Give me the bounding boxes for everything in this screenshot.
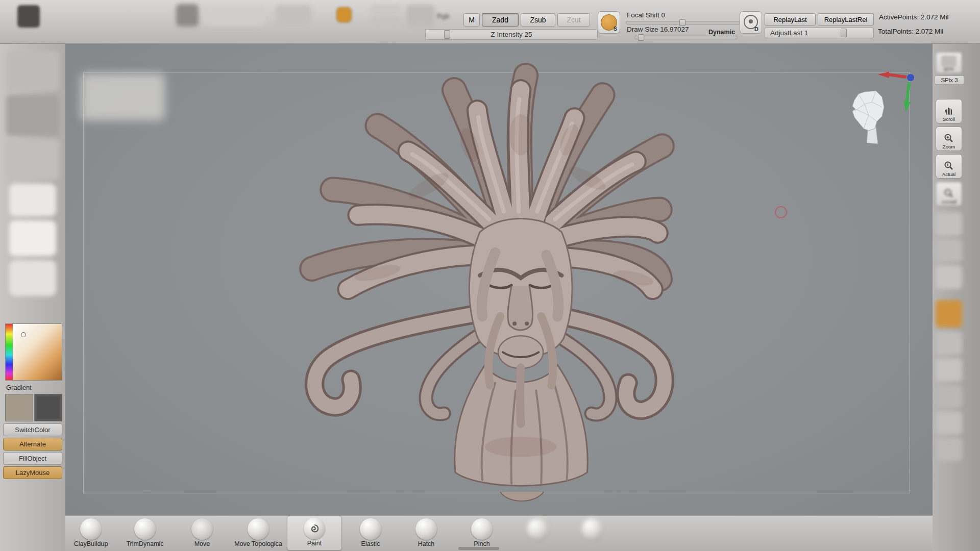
blurred-toolbar-icon[interactable] — [176, 4, 199, 27]
m-button[interactable]: M — [463, 13, 480, 27]
stroke-badge-letter: S — [614, 26, 617, 32]
scroll-label: Scroll — [943, 117, 955, 122]
replay-last-button[interactable]: ReplayLast — [765, 13, 816, 26]
brush-label: Move — [175, 540, 230, 547]
brush-tray: ClayBuildup TrimDynamic Move Move Topolo… — [65, 515, 933, 551]
blurred-toolbar-group[interactable] — [203, 6, 265, 26]
draw-size-slider[interactable] — [634, 36, 738, 39]
blurred-tool-thumb[interactable] — [9, 220, 56, 256]
blurred-palette-thumb[interactable] — [6, 95, 59, 136]
spix-slider[interactable]: SPix 3 — [935, 76, 964, 85]
brush-thumb-icon — [134, 518, 156, 540]
tray-scroll-handle[interactable] — [458, 547, 499, 550]
actual-label: Actual — [942, 172, 955, 177]
replay-last-rel-button[interactable]: ReplayLastRel — [818, 13, 874, 26]
bpr-button[interactable]: BPR — [936, 52, 962, 73]
brush-move[interactable]: Move — [175, 517, 230, 549]
brush-pinch[interactable]: Pinch — [454, 517, 509, 549]
blurred-shelf-icon[interactable] — [936, 411, 962, 435]
scroll-button[interactable]: Scroll — [936, 99, 962, 123]
sculpture-model[interactable] — [275, 58, 675, 503]
brush-label: Paint — [287, 540, 341, 547]
blurred-shelf-icon[interactable] — [936, 265, 962, 289]
blurred-slider[interactable] — [370, 5, 402, 14]
brush-blurred[interactable] — [565, 517, 620, 549]
blurred-shelf-icon[interactable] — [936, 358, 962, 382]
magnifier-one-icon — [944, 161, 954, 171]
brush-hatch[interactable]: Hatch — [399, 517, 454, 549]
color-swatch-icon[interactable] — [336, 7, 352, 22]
blurred-orange-shelf-icon[interactable] — [936, 300, 962, 328]
z-intensity-handle[interactable] — [444, 30, 450, 39]
sculpt-canvas[interactable] — [65, 44, 933, 515]
aahalf-label: AAHalf — [941, 199, 957, 205]
brush-paint[interactable]: Paint — [287, 516, 342, 550]
actual-button[interactable]: Actual — [936, 154, 962, 179]
aahalf-button[interactable]: AAHalf — [936, 182, 962, 206]
hue-strip[interactable] — [6, 324, 13, 380]
x-axis-arrow-icon — [878, 71, 889, 78]
picker-cursor — [21, 332, 26, 337]
brush-thumb-icon — [191, 518, 213, 540]
blurred-tool-thumb[interactable] — [9, 260, 56, 296]
color-picker[interactable] — [5, 323, 62, 381]
brush-thumb-icon — [415, 518, 437, 540]
dots-badge-letter: D — [754, 26, 758, 32]
brush-thumb-icon — [581, 518, 603, 540]
saturation-square[interactable] — [13, 324, 62, 380]
dynamic-toggle[interactable]: Dynamic — [708, 29, 735, 36]
gradient-toggle[interactable]: Gradient — [6, 384, 32, 391]
stroke-icon-button[interactable]: S — [598, 11, 620, 34]
brush-move-topological[interactable]: Move Topologica — [231, 517, 286, 549]
alternate-button[interactable]: Alternate — [3, 438, 62, 450]
blurred-palette-thumb[interactable] — [6, 140, 59, 180]
brush-thumb-icon — [304, 518, 325, 539]
blurred-toolbar-group[interactable] — [406, 5, 435, 27]
adjust-last-slider[interactable]: AdjustLast 1 — [765, 28, 874, 38]
brush-claybuildup[interactable]: ClayBuildup — [63, 517, 118, 549]
blurred-slider[interactable] — [370, 17, 402, 27]
adjust-last-label: AdjustLast 1 — [770, 29, 808, 37]
brush-label: TrimDynamic — [117, 540, 173, 547]
draw-size-label: Draw Size 16.97027 — [627, 26, 689, 33]
brush-label: Elastic — [343, 540, 398, 547]
camera-head-preview[interactable] — [847, 89, 886, 146]
rgb-label[interactable]: Rgb — [437, 12, 450, 20]
spix-label: SPix 3 — [941, 77, 958, 83]
brush-label: Hatch — [399, 540, 454, 547]
zoom-button[interactable]: Zoom — [936, 127, 962, 151]
brush-elastic[interactable]: Elastic — [343, 517, 398, 549]
switch-color-button[interactable]: SwitchColor — [3, 423, 62, 436]
blurred-tool-icon[interactable] — [17, 5, 40, 28]
dots-icon-button[interactable]: D — [740, 11, 762, 34]
zcut-button[interactable]: Zcut — [557, 13, 590, 27]
active-points-readout: ActivePoints: 2.072 Mil — [879, 13, 949, 21]
draw-size-handle[interactable] — [638, 34, 644, 41]
zadd-button[interactable]: Zadd — [482, 13, 519, 27]
zsub-button[interactable]: Zsub — [521, 13, 555, 27]
brush-cursor — [775, 206, 787, 218]
brush-trimdynamic[interactable]: TrimDynamic — [117, 517, 173, 549]
blurred-shelf-icon[interactable] — [936, 438, 962, 461]
lazy-mouse-button[interactable]: LazyMouse — [3, 466, 62, 479]
fill-object-button[interactable]: FillObject — [3, 452, 62, 465]
blurred-tool-thumb[interactable] — [9, 184, 56, 216]
secondary-color-swatch[interactable] — [34, 394, 62, 421]
adjust-last-handle[interactable] — [841, 29, 847, 37]
x-axis-icon — [888, 74, 906, 77]
blurred-toolbar-group[interactable] — [276, 5, 311, 27]
y-axis-icon — [907, 82, 909, 102]
blurred-palette-thumb[interactable] — [6, 51, 59, 91]
z-intensity-label: Z Intensity 25 — [491, 31, 532, 38]
blurred-shelf-icon[interactable] — [936, 332, 962, 355]
top-toolbar: Rgb M Zadd Zsub Zcut Z Intensity 25 S Fo… — [0, 0, 980, 44]
brush-thumb-icon — [360, 518, 381, 540]
blurred-shelf-icon[interactable] — [936, 385, 962, 408]
z-intensity-slider[interactable]: Z Intensity 25 — [425, 29, 598, 40]
blurred-shelf-icon[interactable] — [936, 239, 962, 262]
main-color-swatch[interactable] — [5, 394, 33, 421]
brush-blurred[interactable] — [510, 517, 565, 549]
blurred-shelf-icon[interactable] — [936, 212, 962, 236]
focal-shift-slider[interactable] — [626, 21, 740, 24]
total-points-readout: TotalPoints: 2.072 Mil — [878, 28, 943, 35]
